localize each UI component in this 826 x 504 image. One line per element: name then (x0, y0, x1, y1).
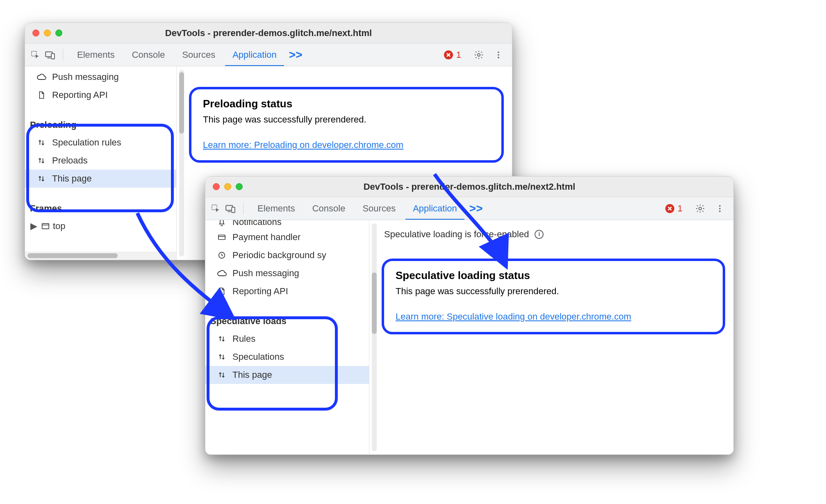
sidebar: Push messaging Reporting API Preloading … (25, 66, 177, 260)
minimize-icon[interactable] (44, 30, 51, 36)
arrows-updown-icon (217, 334, 227, 344)
kebab-menu-icon[interactable] (492, 49, 505, 61)
sidebar-section-speculative: Speculative loads (205, 311, 369, 330)
sidebar-item-label: Preloads (52, 155, 88, 166)
sidebar-item-push-messaging[interactable]: Push messaging (205, 264, 369, 282)
maximize-icon[interactable] (236, 183, 243, 190)
scrollbar-thumb[interactable] (27, 253, 118, 258)
error-badge[interactable]: 1 (440, 50, 465, 60)
sidebar-item-label: This page (52, 173, 92, 184)
sidebar-item-top-frame[interactable]: ▶ top (25, 217, 176, 235)
error-count: 1 (678, 203, 683, 214)
sidebar-item-push-messaging[interactable]: Push messaging (25, 68, 176, 86)
sidebar-item-speculation-rules[interactable]: Speculation rules (25, 134, 176, 152)
more-tabs-icon[interactable]: >> (287, 48, 305, 61)
device-toolbar-icon[interactable] (44, 49, 56, 61)
sidebar-item-notifications[interactable]: Notifications (205, 220, 369, 228)
status-box: Preloading status This page was successf… (189, 87, 504, 163)
sidebar-section-frames: Frames (25, 198, 176, 217)
tab-application[interactable]: Application (225, 43, 284, 66)
window-icon (41, 221, 50, 231)
status-desc: This page was successfully prerendered. (396, 286, 711, 297)
learn-more-link[interactable]: Learn more: Preloading on developer.chro… (203, 140, 403, 150)
tab-elements[interactable]: Elements (70, 43, 122, 66)
close-icon[interactable] (32, 30, 39, 36)
file-icon (217, 286, 227, 296)
kebab-menu-icon[interactable] (714, 202, 726, 215)
arrows-updown-icon (217, 370, 227, 380)
file-icon (36, 90, 46, 100)
banner-text: Speculative loading is force-enabled (384, 229, 529, 240)
gear-icon[interactable] (694, 202, 706, 215)
learn-more-link[interactable]: Learn more: Speculative loading on devel… (396, 311, 631, 322)
sidebar-section-preloading: Preloading (25, 115, 176, 134)
tab-sources[interactable]: Sources (175, 43, 223, 66)
svg-point-4 (498, 51, 499, 53)
error-icon (444, 50, 453, 59)
svg-rect-10 (232, 207, 235, 212)
vertical-scrollbar[interactable] (372, 223, 377, 451)
info-icon[interactable]: i (535, 230, 544, 239)
horizontal-scrollbar[interactable] (25, 252, 176, 260)
right-controls: 1 (440, 49, 508, 61)
vertical-scrollbar[interactable] (179, 70, 184, 257)
window-title: DevTools - prerender-demos.glitch.me/nex… (205, 182, 733, 192)
status-box: Speculative loading status This page was… (382, 259, 725, 334)
toolbar: Elements Console Sources Application >> … (25, 43, 512, 66)
error-count: 1 (456, 50, 461, 60)
titlebar: DevTools - prerender-demos.glitch.me/nex… (25, 23, 512, 43)
sidebar-item-reporting-api[interactable]: Reporting API (205, 282, 369, 300)
sidebar-item-label: Periodic background sy (232, 250, 326, 261)
separator (63, 49, 63, 61)
arrows-updown-icon (36, 156, 46, 166)
sidebar-item-speculations[interactable]: Speculations (205, 348, 369, 366)
force-enabled-banner: Speculative loading is force-enabled i (384, 229, 725, 240)
minimize-icon[interactable] (224, 183, 231, 190)
sidebar-item-this-page[interactable]: This page (205, 366, 369, 384)
clock-icon (217, 250, 227, 260)
sidebar-item-label: top (53, 221, 66, 232)
arrows-updown-icon (36, 174, 46, 184)
svg-point-11 (699, 207, 701, 209)
titlebar: DevTools - prerender-demos.glitch.me/nex… (205, 177, 733, 197)
tab-sources[interactable]: Sources (355, 197, 403, 220)
svg-rect-2 (51, 53, 55, 59)
inspect-icon[interactable] (29, 49, 41, 61)
svg-point-6 (498, 57, 499, 58)
sidebar-item-label: Push messaging (232, 268, 299, 279)
tab-console[interactable]: Console (125, 43, 173, 66)
sidebar-item-label: Rules (232, 334, 255, 344)
sidebar-item-label: Reporting API (232, 286, 288, 297)
tab-application[interactable]: Application (405, 197, 464, 220)
sidebar-item-payment-handler[interactable]: Payment handler (205, 228, 369, 246)
sidebar-item-periodic-bg-sync[interactable]: Periodic background sy (205, 246, 369, 264)
sidebar-item-label: Reporting API (52, 90, 108, 100)
tab-elements[interactable]: Elements (250, 197, 303, 220)
gear-icon[interactable] (473, 49, 485, 61)
scrollbar-thumb[interactable] (179, 72, 184, 134)
sidebar-item-reporting-api[interactable]: Reporting API (25, 86, 176, 104)
cloud-icon (217, 268, 227, 278)
sidebar-item-this-page[interactable]: This page (25, 170, 176, 188)
bell-icon (217, 220, 227, 227)
disclosure-triangle-icon[interactable]: ▶ (30, 221, 37, 232)
svg-rect-7 (42, 224, 49, 229)
sidebar-item-label: This page (232, 370, 272, 380)
tab-console[interactable]: Console (305, 197, 353, 220)
maximize-icon[interactable] (55, 30, 62, 36)
traffic-lights (205, 183, 243, 190)
error-badge[interactable]: 1 (661, 203, 687, 214)
svg-point-12 (719, 205, 721, 207)
scrollbar-thumb[interactable] (372, 272, 377, 334)
inspect-icon[interactable] (209, 202, 222, 215)
sidebar-item-label: Payment handler (232, 232, 300, 243)
sidebar-item-label: Notifications (232, 220, 282, 227)
sidebar-item-rules[interactable]: Rules (205, 330, 369, 348)
device-toolbar-icon[interactable] (224, 202, 237, 215)
window-title: DevTools - prerender-demos.glitch.me/nex… (25, 28, 512, 39)
close-icon[interactable] (213, 183, 220, 190)
sidebar-item-preloads[interactable]: Preloads (25, 152, 176, 170)
right-controls: 1 (661, 202, 729, 215)
more-tabs-icon[interactable]: >> (467, 202, 485, 215)
traffic-lights (25, 30, 62, 36)
